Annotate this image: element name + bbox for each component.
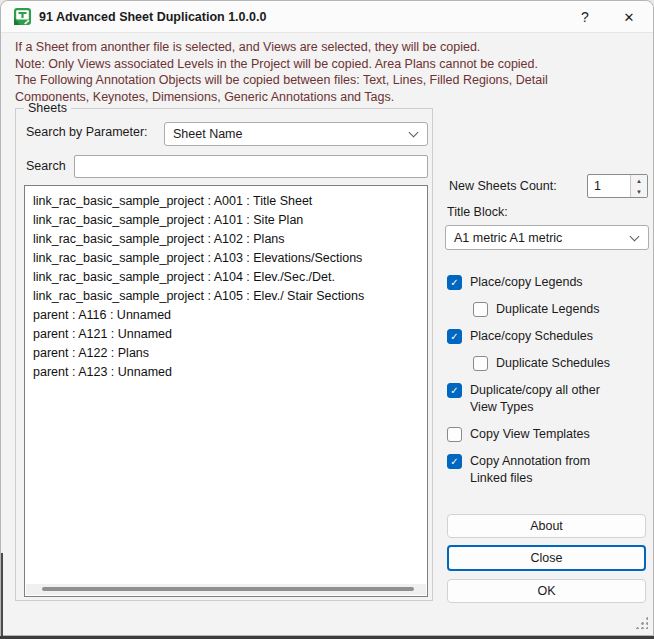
instruction-line-1: If a Sheet from anonther file is selecte… [15, 39, 641, 56]
horizontal-scrollbar-thumb[interactable] [42, 587, 414, 591]
search-by-parameter-label: Search by Parameter: [26, 125, 148, 139]
sheet-list-item[interactable]: parent : A122 : Plans [25, 344, 427, 363]
new-sheets-count-value: 1 [588, 175, 630, 197]
checkbox-row: ✓Place/copy Legends [447, 274, 649, 291]
checkbox-label[interactable]: Place/copy Schedules [470, 328, 593, 345]
checkbox-checked[interactable]: ✓ [447, 383, 462, 398]
horizontal-scrollbar[interactable] [26, 584, 426, 595]
instruction-line-3: The Following Annotation Objects will be… [15, 72, 641, 89]
checkbox-checked[interactable]: ✓ [447, 275, 462, 290]
checkbox-row: Copy View Templates [447, 426, 649, 443]
checkbox-row: ✓Place/copy Schedules [447, 328, 649, 345]
checkbox-checked[interactable]: ✓ [447, 454, 462, 469]
sheets-groupbox-label: Sheets [24, 101, 71, 115]
checkbox-unchecked[interactable] [473, 302, 488, 317]
chevron-down-icon [630, 231, 640, 241]
background-edge [1, 553, 3, 637]
spinner-down-icon[interactable]: ▼ [631, 186, 647, 197]
options-checkbox-column: ✓Place/copy LegendsDuplicate Legends✓Pla… [447, 274, 649, 497]
sheet-list-item[interactable]: link_rac_basic_sample_project : A102 : P… [25, 230, 427, 249]
sheet-list-item[interactable]: link_rac_basic_sample_project : A105 : E… [25, 287, 427, 306]
title-block-value: A1 metric A1 metric [454, 231, 562, 245]
sheet-list-item[interactable]: link_rac_basic_sample_project : A001 : T… [25, 192, 427, 211]
checkbox-label[interactable]: Duplicate Schedules [496, 355, 610, 372]
close-window-button[interactable]: ✕ [607, 1, 651, 33]
dialog-window: 91 Advanced Sheet Duplication 1.0.0.0 ? … [0, 0, 654, 636]
resize-grip[interactable] [635, 616, 648, 629]
instruction-line-4: Components, Keynotes, Dimensions, Generi… [15, 89, 641, 106]
checkbox-label[interactable]: Duplicate Legends [496, 301, 600, 318]
search-parameter-dropdown[interactable]: Sheet Name [164, 122, 428, 146]
checkbox-label[interactable]: Duplicate/copy all other View Types [470, 382, 622, 416]
instruction-text: If a Sheet from anonther file is selecte… [15, 39, 641, 105]
checkbox-row: Duplicate Schedules [473, 355, 649, 372]
sheet-list-item[interactable]: parent : A123 : Unnamed [25, 363, 427, 382]
checkbox-row: ✓Duplicate/copy all other View Types [447, 382, 649, 416]
title-bar: 91 Advanced Sheet Duplication 1.0.0.0 ? … [1, 1, 653, 33]
sheet-list-item[interactable]: link_rac_basic_sample_project : A103 : E… [25, 249, 427, 268]
window-title: 91 Advanced Sheet Duplication 1.0.0.0 [39, 10, 266, 24]
sheet-list: link_rac_basic_sample_project : A001 : T… [25, 186, 427, 382]
search-parameter-value: Sheet Name [173, 127, 242, 141]
help-button[interactable]: ? [563, 1, 607, 33]
checkbox-label[interactable]: Copy Annotation from Linked files [470, 453, 622, 487]
sheet-list-item[interactable]: link_rac_basic_sample_project : A101 : S… [25, 211, 427, 230]
sheets-groupbox: Sheets Search by Parameter: Sheet Name S… [15, 108, 433, 601]
checkbox-label[interactable]: Copy View Templates [470, 426, 590, 443]
spinner-buttons: ▲ ▼ [630, 175, 647, 197]
checkbox-row: Duplicate Legends [473, 301, 649, 318]
title-block-dropdown[interactable]: A1 metric A1 metric [445, 225, 649, 250]
checkbox-checked[interactable]: ✓ [447, 329, 462, 344]
search-input[interactable] [74, 155, 428, 178]
instruction-line-2: Note: Only Views associated Levels in th… [15, 56, 641, 73]
sheet-listbox[interactable]: link_rac_basic_sample_project : A001 : T… [24, 185, 428, 597]
sheet-list-item[interactable]: parent : A121 : Unnamed [25, 325, 427, 344]
checkbox-row: ✓Copy Annotation from Linked files [447, 453, 649, 487]
title-block-label: Title Block: [447, 205, 508, 219]
checkbox-label[interactable]: Place/copy Legends [470, 274, 583, 291]
spinner-up-icon[interactable]: ▲ [631, 175, 647, 186]
app-icon [14, 8, 31, 25]
sheet-list-item[interactable]: link_rac_basic_sample_project : A104 : E… [25, 268, 427, 287]
checkbox-unchecked[interactable] [473, 356, 488, 371]
new-sheets-count-stepper[interactable]: 1 ▲ ▼ [587, 174, 648, 198]
search-label: Search [26, 159, 66, 173]
ok-button[interactable]: OK [447, 579, 646, 603]
new-sheets-count-label: New Sheets Count: [449, 179, 557, 193]
checkbox-unchecked[interactable] [447, 427, 462, 442]
close-button[interactable]: Close [447, 545, 646, 571]
sheet-list-item[interactable]: parent : A116 : Unnamed [25, 306, 427, 325]
chevron-down-icon [409, 128, 419, 138]
about-button[interactable]: About [447, 514, 646, 538]
